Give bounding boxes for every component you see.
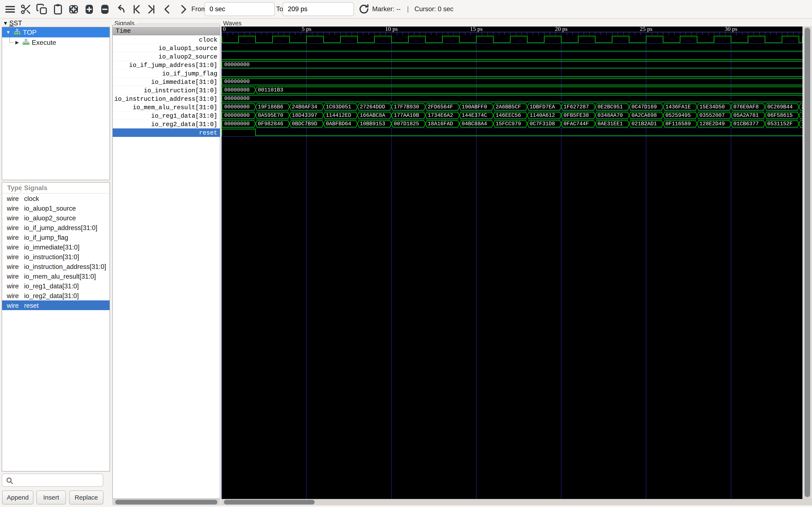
wave-signal-label[interactable]: io_reg1_data[31:0] (113, 112, 220, 120)
search-input[interactable] (16, 475, 101, 486)
replace-button[interactable]: Replace (69, 491, 103, 504)
wave-signal-label[interactable]: io_instruction_address[31:0] (113, 95, 220, 103)
signal-type: wire (7, 292, 19, 300)
module-hierarchy-icon (22, 39, 30, 47)
paste-icon[interactable] (52, 3, 64, 15)
wave-signal-label[interactable]: io_mem_alu_result[31:0] (113, 103, 220, 112)
signals-column-header: Signals (24, 184, 47, 192)
bus-value-label: 0A595E70 (258, 112, 283, 118)
waves-vscrollbar-track[interactable] (803, 26, 812, 499)
toolbar-separator: | (407, 5, 409, 13)
wave-signal-label[interactable]: clock (113, 36, 220, 44)
bus-segment (222, 78, 803, 85)
bus-value-label: 19F186B6 (258, 104, 283, 110)
bus-value-label: 177AA10B (394, 112, 419, 118)
bus-value-label: 18A16FAD (428, 121, 453, 127)
bus-value-label: 0A2CA698 (631, 112, 657, 118)
wave-signal-label[interactable]: io_immediate[31:0] (113, 78, 220, 86)
zoom-in-icon[interactable] (83, 3, 95, 15)
table-row[interactable]: wire io_mem_alu_result[31:0] (2, 271, 109, 281)
wave-signal-label[interactable]: io_reg2_data[31:0] (113, 120, 220, 128)
bus-value-label: 1DBFD7EA (529, 104, 555, 110)
table-row[interactable]: wire io_aluop2_source (2, 213, 109, 223)
column-divider[interactable] (21, 183, 21, 193)
bus-value-label: 00000000 (224, 121, 250, 127)
time-column-header[interactable]: Time (113, 26, 220, 35)
table-row[interactable]: wire io_aluop1_source (2, 203, 109, 213)
expand-triangle-icon[interactable]: ▶ (14, 40, 20, 45)
sst-tree: ▼ TOP ▶ Execute (2, 27, 110, 180)
bus-segment (256, 87, 803, 93)
bus-value-label: 1C03D051 (326, 104, 351, 110)
waves-hscrollbar-track[interactable] (221, 499, 812, 505)
bus-value-label: 00000000 (224, 62, 250, 68)
signal-search-box (2, 473, 103, 487)
marker-readout: Marker: -- (372, 5, 401, 13)
bus-value-label: 2A6BB5CF (496, 104, 521, 110)
signals-hscrollbar-track[interactable] (112, 499, 220, 505)
bus-value-label: 05A2A781 (733, 112, 759, 118)
bus-value-label: 15E34D50 (699, 104, 725, 110)
zoom-out-icon[interactable] (99, 3, 111, 15)
collapse-triangle-icon[interactable]: ▼ (5, 30, 11, 35)
copy-icon[interactable] (36, 3, 48, 15)
cursor-readout: Cursor: 0 sec (414, 5, 453, 13)
signal-type-table: Type Signals wire clockwire io_aluop1_so… (2, 182, 110, 471)
bus-value-label: 24B0AF34 (292, 104, 317, 110)
bus-value-label: 03552007 (699, 112, 725, 118)
search-icon (5, 476, 13, 485)
wave-signal-label[interactable]: io_aluop2_source (113, 52, 220, 61)
wave-signal-label[interactable]: reset (113, 128, 220, 137)
bus-value-label: 1436FA1E (665, 104, 691, 110)
table-row[interactable]: wire io_immediate[31:0] (2, 242, 109, 252)
cut-icon[interactable] (20, 3, 32, 15)
tree-item-top[interactable]: ▼ TOP (2, 27, 109, 38)
wave-signal-label[interactable]: io_instruction[31:0] (113, 86, 220, 95)
go-to-end-icon[interactable] (146, 3, 158, 15)
wave-signal-label[interactable]: io_if_jump_flag (113, 69, 220, 78)
insert-button[interactable]: Insert (36, 491, 66, 504)
table-row[interactable]: wire reset (2, 300, 109, 310)
tree-item-execute[interactable]: ▶ Execute (2, 38, 109, 48)
time-tick-label: 0 (223, 26, 226, 32)
wave-signal-label[interactable]: io_aluop1_source (113, 44, 220, 52)
table-row[interactable]: wire io_reg2_data[31:0] (2, 291, 109, 300)
table-row[interactable]: wire io_instruction_address[31:0] (2, 262, 109, 271)
table-row[interactable]: wire io_if_jump_address[31:0] (2, 223, 109, 232)
sst-section-header[interactable]: ▼SST (3, 19, 22, 27)
to-input[interactable] (283, 2, 354, 16)
go-to-start-icon[interactable] (130, 3, 142, 15)
append-button[interactable]: Append (2, 491, 34, 504)
bus-value-label: 114412ED (326, 112, 351, 118)
table-row[interactable]: wire io_reg1_data[31:0] (2, 281, 109, 291)
bus-value-label: 10BB9153 (360, 121, 385, 127)
bus-value-label: 007D1825 (394, 121, 419, 127)
bus-value-label: 2FD6564F (428, 104, 453, 110)
undo-icon[interactable] (115, 3, 126, 15)
bus-value-label: 0348AA70 (598, 112, 623, 118)
wave-canvas[interactable]: 05 ps10 ps15 ps20 ps25 ps30 ps0000000000… (221, 26, 803, 499)
zoom-fit-icon[interactable] (68, 3, 80, 15)
bus-value-label: 260 (801, 104, 803, 110)
bus-value-label: 00000000 (224, 104, 250, 110)
signal-table-header: Type Signals (2, 182, 109, 193)
sst-collapse-icon[interactable]: ▼ (3, 20, 8, 26)
bus-value-label: 166ABC8A (360, 112, 385, 118)
reload-icon[interactable] (358, 3, 370, 15)
from-input[interactable] (204, 2, 275, 16)
waves-vscrollbar-thumb[interactable] (805, 28, 810, 497)
signals-hscrollbar-thumb[interactable] (115, 500, 217, 504)
wave-signal-label[interactable]: io_if_jump_address[31:0] (113, 61, 220, 69)
menu-icon[interactable] (4, 3, 16, 15)
signal-type: wire (7, 273, 19, 280)
table-row[interactable]: wire io_if_jump_flag (2, 232, 109, 242)
signal-name: clock (24, 195, 39, 203)
signal-name: reset (24, 302, 39, 309)
step-left-icon[interactable] (161, 3, 173, 15)
table-row[interactable]: wire io_instruction[31:0] (2, 252, 109, 262)
waves-hscrollbar-thumb[interactable] (224, 500, 315, 504)
step-right-icon[interactable] (177, 3, 189, 15)
signal-name: io_if_jump_address[31:0] (24, 224, 97, 232)
time-tick-label: 25 ps (640, 26, 653, 32)
table-row[interactable]: wire clock (2, 193, 109, 203)
